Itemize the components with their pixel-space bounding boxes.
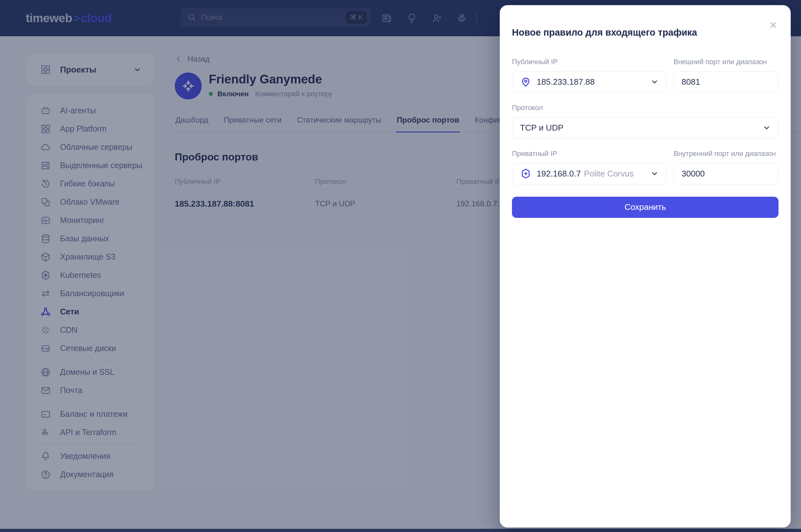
external-port-group: Внешний порт или диапазон [673,58,779,93]
chevron-down-icon [650,169,659,178]
external-port-input[interactable] [673,71,779,93]
internal-port-input[interactable] [673,163,779,185]
location-pin-icon [520,76,531,88]
public-ip-select[interactable]: 185.233.187.88 [512,71,667,93]
rule-form: Публичный IP 185.233.187.88 Внешний порт… [512,58,779,185]
new-rule-modal: Новое правило для входящего трафика ✕ Пу… [500,5,791,528]
internal-port-group: Внутренний порт или диапазон [673,150,779,185]
close-icon[interactable]: ✕ [768,20,779,31]
external-port-label: Внешний порт или диапазон [673,58,779,66]
save-button[interactable]: Сохранить [512,197,779,218]
modal-title: Новое правило для входящего трафика [512,26,768,38]
public-ip-value: 185.233.187.88 [537,77,595,87]
private-ip-group: Приватный IP 192.168.0.7 Polite Corvus [512,150,667,185]
app-root: timeweb > cloud Поиск ⌘ K Проекты AI-аге… [0,0,801,532]
public-ip-label: Публичный IP [512,58,667,66]
protocol-group: Протокол TCP и UDP [512,103,779,139]
internal-port-label: Внутренний порт или диапазон [673,150,779,158]
chevron-down-icon [762,123,771,132]
chevron-down-icon [650,77,659,86]
private-ip-label: Приватный IP [512,150,667,158]
private-ip-server-name: Polite Corvus [584,169,634,179]
public-ip-group: Публичный IP 185.233.187.88 [512,58,667,93]
protocol-label: Протокол [512,103,779,112]
protocol-value: TCP и UDP [520,123,563,133]
protocol-select[interactable]: TCP и UDP [512,117,779,139]
hex-badge-icon [520,168,531,179]
private-ip-select[interactable]: 192.168.0.7 Polite Corvus [512,163,667,185]
private-ip-value: 192.168.0.7 [537,169,581,179]
